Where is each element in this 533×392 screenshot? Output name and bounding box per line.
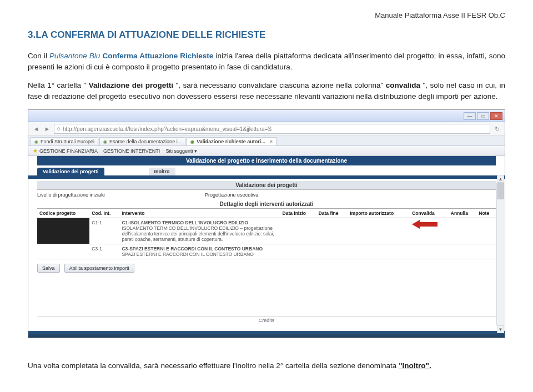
label-livello-iniziale: Livello di progettazione iniziale — [37, 192, 105, 198]
scroll-down-icon[interactable]: ▼ — [497, 325, 504, 333]
table-row: C1-1 C1-ISOLAMENTO TERMICO DELL'INVOLUCR… — [37, 218, 496, 244]
forward-icon[interactable]: ► — [43, 124, 52, 133]
cell-cod-int: C1-1 — [89, 218, 119, 244]
label-progettazione-esecutiva: Progettazione esecutiva — [205, 192, 258, 198]
col-codice-progetto: Codice progetto — [37, 209, 89, 218]
inoltro-ref: "Inoltro". — [399, 361, 431, 370]
tab-label: Validazione richieste autori... — [197, 139, 265, 144]
subsection-banner: Validazione dei progetti — [37, 181, 496, 190]
text: ", sarà necessario convalidare ciascuna … — [175, 81, 385, 89]
page-icon: ◇ — [57, 126, 61, 132]
folder-validazione-progetti[interactable]: Validazione dei progetti — [37, 168, 104, 175]
close-button[interactable]: ✕ — [490, 112, 502, 120]
siti-suggeriti-menu[interactable]: Siti suggeriti ▾ — [165, 148, 197, 154]
paragraph-3: Una volta completata la convalida, sarà … — [28, 360, 505, 371]
table-row: C3-1 C3-SPAZI ESTERNI E RACCORDI CON IL … — [37, 244, 496, 259]
col-importo: Importo autorizzato — [348, 209, 410, 218]
browser-screenshot: — ▭ ✕ ◄ ► ◇ http://pon.agenziascuola.it/… — [28, 109, 505, 338]
row-desc: SPAZI ESTERNI E RACCORDI CON IL CONTESTO… — [122, 252, 253, 257]
text: Una volta completata la convalida, sarà … — [28, 361, 399, 370]
column-ref-convalida: convalida — [386, 81, 420, 89]
abilita-spostamento-button[interactable]: Abilita spostamento importi — [64, 264, 134, 273]
star-icon: ★ — [33, 148, 38, 154]
browser-tabs: ◉ Fondi Strutturali Europei ◉ Esame dell… — [28, 136, 505, 146]
page-content: Validazione del progetto e inserimento d… — [28, 156, 505, 331]
folder-tabs: Validazione dei progetti Inoltro — [28, 168, 505, 179]
minimize-button[interactable]: — — [464, 112, 476, 120]
folder-inoltro[interactable]: Inoltro — [149, 168, 175, 175]
button-row: Salva Abilita spostamento importi — [28, 259, 505, 277]
row-title: C3-SPAZI ESTERNI E RACCORDI CON IL CONTE… — [122, 246, 263, 252]
tab-close-icon[interactable]: × — [270, 139, 273, 144]
pulsantone-blu-label: Pulsantone Blu — [49, 52, 100, 60]
fav-label: GESTIONE FINANZIARIA — [39, 148, 98, 154]
refresh-icon[interactable]: ↻ — [492, 124, 501, 133]
cell-cod-int: C3-1 — [89, 244, 119, 259]
col-data-fine: Data fine — [316, 209, 348, 218]
row-desc: ISOLAMENTO TERMICO DELL'INVOLUCRO EDILIZ… — [122, 225, 274, 242]
tab-fondi[interactable]: ◉ Fondi Strutturali Europei — [31, 137, 98, 145]
tab-icon: ◉ — [34, 139, 38, 144]
text: Con il — [28, 52, 49, 60]
url-bar[interactable]: ◇ http://pon.agenziascuola.it/fesr/index… — [54, 124, 490, 134]
paragraph-1: Con il Pulsantone Blu Conferma Attuazion… — [28, 51, 505, 72]
section-banner-validazione: Validazione del progetto e inserimento d… — [37, 156, 496, 165]
tab-label: Esame della documentazione i... — [109, 139, 182, 144]
button-ref-conferma: Conferma Attuazione Richieste — [103, 52, 214, 60]
credits-footer: Credits — [37, 316, 496, 324]
header-manual-title: Manuale Piattaforma Asse II FESR Ob.C — [28, 11, 505, 19]
col-data-inizio: Data inizio — [280, 209, 316, 218]
fav-gestione-interventi[interactable]: GESTIONE INTERVENTI — [103, 148, 160, 154]
col-convalida: Convalida — [410, 209, 449, 218]
salva-button[interactable]: Salva — [37, 264, 60, 273]
subsection-row: Livello di progettazione iniziale Proget… — [28, 191, 505, 199]
fav-gestione-finanziaria[interactable]: ★ GESTIONE FINANZIARIA — [33, 148, 98, 154]
taskbar-footer — [28, 331, 505, 338]
maximize-button[interactable]: ▭ — [477, 112, 489, 120]
favorites-bar: ★ GESTIONE FINANZIARIA GESTIONE INTERVEN… — [28, 146, 505, 156]
table-title: Dettaglio degli interventi autorizzati — [37, 200, 496, 208]
nav-toolbar: ◄ ► ◇ http://pon.agenziascuola.it/fesr/i… — [28, 122, 505, 136]
scroll-up-icon[interactable]: ▲ — [497, 175, 504, 183]
tab-icon: ◉ — [190, 139, 194, 144]
window-titlebar: — ▭ ✕ — [28, 110, 505, 122]
row-title: C1-ISOLAMENTO TERMICO DELL'INVOLUCRO EDI… — [122, 220, 248, 225]
section-title: 3.LA CONFERMA DI ATTUAZIONE DELLE RICHIE… — [28, 29, 505, 41]
fav-label: GESTIONE INTERVENTI — [103, 148, 160, 154]
paragraph-2: Nella 1° cartella " Validazione dei prog… — [28, 80, 505, 102]
tab-validazione[interactable]: ◉ Validazione richieste autori... × — [187, 137, 276, 145]
tab-icon: ◉ — [103, 139, 107, 144]
cell-intervento: C1-ISOLAMENTO TERMICO DELL'INVOLUCRO EDI… — [119, 218, 280, 244]
col-cod-int: Cod. Int. — [89, 209, 119, 218]
red-arrow-icon — [412, 220, 438, 229]
col-intervento: Intervento — [119, 209, 280, 218]
folder-ref-validazione: Validazione dei progetti — [89, 81, 173, 89]
menu-label: Siti suggeriti ▾ — [165, 148, 197, 154]
back-icon[interactable]: ◄ — [32, 124, 41, 133]
interventi-table: Codice progetto Cod. Int. Intervento Dat… — [37, 208, 496, 259]
col-annulla: Annulla — [449, 209, 476, 218]
tab-label: Fondi Strutturali Europei — [41, 139, 94, 144]
text: Nella 1° cartella " — [28, 81, 86, 89]
url-text: http://pon.agenziascuola.it/fesr/index.p… — [63, 126, 271, 132]
cell-intervento: C3-SPAZI ESTERNI E RACCORDI CON IL CONTE… — [119, 244, 280, 259]
scrollbar[interactable]: ▲ ▼ — [496, 183, 504, 325]
tab-esame[interactable]: ◉ Esame della documentazione i... — [99, 137, 185, 145]
scroll-thumb[interactable] — [497, 183, 504, 199]
col-note: Note — [476, 209, 496, 218]
